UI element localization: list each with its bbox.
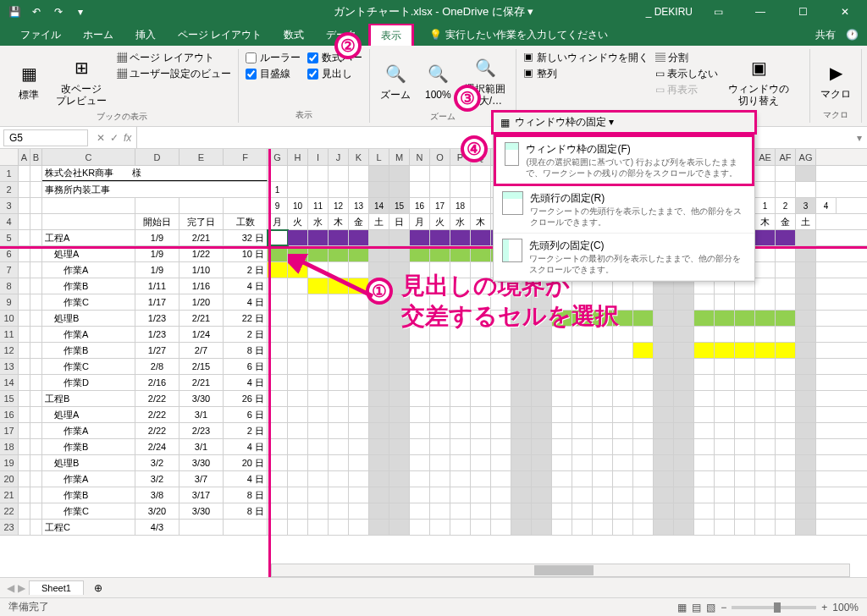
cell[interactable]	[796, 166, 816, 181]
tab-file[interactable]: ファイル	[10, 25, 71, 46]
freeze-panes-item[interactable]: ウィンドウ枠の固定(F)(現在の選択範囲に基づいて) 行および列を表示したままで…	[494, 135, 754, 186]
cell[interactable]	[288, 391, 308, 406]
cell[interactable]: 3/17	[179, 487, 224, 503]
row-header[interactable]: 11	[0, 327, 19, 342]
cell[interactable]	[796, 375, 816, 390]
cell[interactable]	[674, 294, 694, 310]
arrange-button[interactable]: ▣ 整列	[523, 67, 648, 81]
cell[interactable]	[450, 343, 471, 358]
select-all-corner[interactable]	[0, 149, 19, 165]
cell[interactable]	[491, 520, 511, 535]
cell[interactable]: 17	[430, 198, 450, 213]
cell[interactable]	[755, 455, 776, 470]
cell[interactable]: 2/22	[135, 391, 179, 406]
cell[interactable]	[30, 455, 42, 470]
cell[interactable]	[735, 359, 755, 374]
cell[interactable]	[511, 471, 532, 487]
cell[interactable]: 1	[755, 198, 776, 213]
cell[interactable]	[633, 520, 654, 535]
cell[interactable]	[511, 520, 532, 535]
cell[interactable]	[389, 391, 410, 406]
cell[interactable]	[288, 520, 308, 535]
cell[interactable]	[450, 230, 471, 245]
cell[interactable]	[308, 182, 329, 197]
row-header[interactable]: 16	[0, 407, 19, 422]
cell[interactable]	[308, 391, 329, 406]
row-header[interactable]: 8	[0, 278, 19, 294]
cell[interactable]	[674, 311, 694, 326]
cell[interactable]	[288, 182, 308, 197]
fx-icon[interactable]: fx	[124, 132, 131, 144]
cell[interactable]	[491, 294, 511, 310]
cell[interactable]	[450, 262, 471, 278]
cell[interactable]: 6 日	[224, 359, 268, 374]
cell[interactable]	[430, 503, 450, 519]
cell[interactable]	[572, 520, 593, 535]
cell[interactable]	[430, 520, 450, 535]
cell[interactable]: 4 日	[224, 278, 268, 294]
col-header[interactable]: AF	[776, 149, 796, 165]
cell[interactable]	[755, 423, 776, 438]
cell[interactable]	[572, 311, 593, 326]
horizontal-scrollbar[interactable]	[271, 564, 850, 577]
cell[interactable]	[19, 294, 30, 310]
cell[interactable]	[308, 294, 329, 310]
tab-view[interactable]: 表示	[368, 23, 414, 47]
cell[interactable]	[349, 343, 369, 358]
cell[interactable]: 3/2	[135, 471, 179, 487]
cell[interactable]	[30, 182, 42, 197]
cell[interactable]	[308, 343, 329, 358]
cell[interactable]	[776, 278, 796, 294]
cell[interactable]: 4 日	[224, 439, 268, 454]
cell[interactable]	[471, 198, 491, 213]
cell[interactable]	[755, 375, 776, 390]
cell[interactable]	[430, 294, 450, 310]
cell[interactable]	[430, 278, 450, 294]
cell[interactable]	[755, 278, 776, 294]
cell[interactable]	[532, 327, 552, 342]
cell[interactable]	[410, 166, 430, 181]
cell[interactable]: 10	[288, 198, 308, 213]
cell[interactable]	[796, 391, 816, 406]
col-header[interactable]: AE	[755, 149, 776, 165]
cell[interactable]	[308, 375, 329, 390]
cell[interactable]	[532, 471, 552, 487]
cell[interactable]	[532, 359, 552, 374]
undo-icon[interactable]: ↶	[27, 3, 46, 21]
cell[interactable]	[389, 487, 410, 503]
formula-expand-icon[interactable]: ▾	[852, 132, 867, 144]
cell[interactable]: 作業A	[42, 327, 135, 342]
cell[interactable]	[224, 520, 268, 535]
zoom-selection-button[interactable]: 🔍選択範囲 拡大/…	[461, 51, 509, 111]
cell[interactable]: 作業B	[42, 439, 135, 454]
view-pagebreak-button[interactable]: ⊞改ページ プレビュー	[52, 51, 110, 111]
cell[interactable]	[796, 503, 816, 519]
cell[interactable]	[715, 520, 735, 535]
cell[interactable]: 4 日	[224, 375, 268, 390]
cell[interactable]	[471, 423, 491, 438]
cell[interactable]: 作業B	[42, 487, 135, 503]
cell[interactable]: 作業B	[42, 343, 135, 358]
cell[interactable]	[593, 359, 613, 374]
cell[interactable]	[755, 166, 776, 181]
cell[interactable]	[329, 439, 349, 454]
cell[interactable]	[389, 343, 410, 358]
cell[interactable]	[674, 343, 694, 358]
cell[interactable]: 1/23	[135, 311, 179, 326]
row-header[interactable]: 20	[0, 471, 19, 487]
cell[interactable]	[694, 439, 715, 454]
cell[interactable]	[735, 423, 755, 438]
cell[interactable]	[369, 487, 389, 503]
cell[interactable]	[796, 359, 816, 374]
cell[interactable]	[430, 471, 450, 487]
cell[interactable]	[633, 439, 654, 454]
view-pagelayout-icon[interactable]: ▤	[692, 602, 701, 613]
cell[interactable]	[224, 198, 268, 213]
split-button[interactable]: ▤ 分割	[655, 51, 718, 65]
cell[interactable]	[450, 311, 471, 326]
cell[interactable]	[572, 423, 593, 438]
cell[interactable]	[410, 455, 430, 470]
cell[interactable]	[30, 359, 42, 374]
cell[interactable]	[633, 391, 654, 406]
col-header[interactable]: C	[42, 149, 135, 165]
